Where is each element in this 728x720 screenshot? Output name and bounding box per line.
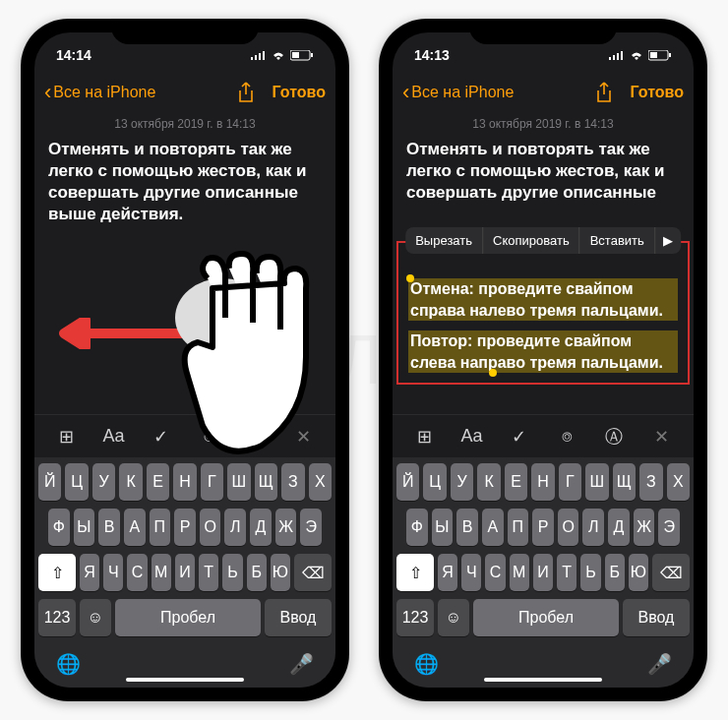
key-О[interactable]: О (200, 509, 221, 546)
key-Г[interactable]: Г (201, 463, 223, 501)
key-Ю[interactable]: Ю (271, 554, 290, 591)
key-И[interactable]: И (175, 554, 195, 591)
key-Й[interactable]: Й (396, 463, 419, 501)
share-button[interactable] (237, 82, 255, 103)
done-button[interactable]: Готово (273, 84, 326, 101)
key-Щ[interactable]: Щ (613, 463, 636, 501)
space-key[interactable]: Пробел (473, 599, 619, 636)
key-Ь[interactable]: Ь (222, 554, 242, 591)
key-О[interactable]: О (558, 509, 579, 546)
close-icon[interactable]: ✕ (647, 426, 677, 448)
selected-text-2[interactable]: Повтор: проведите свайпом слева направо … (408, 330, 678, 373)
enter-key[interactable]: Ввод (265, 599, 332, 636)
mic-icon[interactable]: 🎤 (289, 652, 314, 676)
key-С[interactable]: С (127, 554, 147, 591)
globe-icon[interactable]: 🌐 (56, 652, 81, 676)
key-С[interactable]: С (485, 554, 505, 591)
space-key[interactable]: Пробел (115, 599, 261, 636)
emoji-key[interactable]: ☺ (80, 599, 111, 636)
close-icon[interactable]: ✕ (289, 426, 319, 448)
share-button[interactable] (595, 82, 613, 103)
camera-icon[interactable]: ⌾ (194, 426, 223, 447)
key-Ы[interactable]: Ы (74, 509, 95, 546)
key-М[interactable]: М (152, 554, 171, 591)
markup-icon[interactable]: Ⓐ (599, 425, 629, 449)
selected-text-1[interactable]: Отмена: проведите свайпом справа налево … (408, 278, 678, 321)
key-К[interactable]: К (477, 463, 500, 501)
key-Щ[interactable]: Щ (255, 463, 277, 501)
note-body[interactable]: Отменять и повторять так же легко с помо… (48, 139, 322, 225)
key-Л[interactable]: Л (582, 509, 604, 546)
key-Б[interactable]: Б (247, 554, 267, 591)
key-Э[interactable]: Э (658, 509, 680, 546)
home-indicator[interactable] (484, 678, 602, 682)
key-Ц[interactable]: Ц (423, 463, 446, 501)
key-Ж[interactable]: Ж (275, 509, 297, 546)
camera-icon[interactable]: ⌾ (552, 426, 581, 447)
key-Э[interactable]: Э (300, 509, 322, 546)
key-Б[interactable]: Б (605, 554, 625, 591)
keyboard[interactable]: ЙЦУКЕНГШЩЗХ ФЫВАПРОЛДЖЭ ⇧ ЯЧСМИТЬБЮ ⌫ 12… (393, 457, 694, 688)
key-Ч[interactable]: Ч (103, 554, 123, 591)
ctx-paste[interactable]: Вставить (580, 227, 655, 254)
key-Н[interactable]: Н (173, 463, 196, 501)
delete-key[interactable]: ⌫ (652, 554, 690, 591)
keyboard[interactable]: ЙЦУКЕНГШЩЗХ ФЫВАПРОЛДЖЭ ⇧ ЯЧСМИТЬБЮ ⌫ 12… (34, 457, 335, 688)
key-И[interactable]: И (533, 554, 553, 591)
key-Я[interactable]: Я (80, 554, 99, 591)
key-М[interactable]: М (510, 554, 529, 591)
key-Ж[interactable]: Ж (634, 509, 655, 546)
key-Ь[interactable]: Ь (580, 554, 600, 591)
delete-key[interactable]: ⌫ (294, 554, 332, 591)
done-button[interactable]: Готово (631, 84, 684, 101)
key-З[interactable]: З (281, 463, 304, 501)
back-button[interactable]: ‹ Все на iPhone (44, 82, 155, 103)
textstyle-button[interactable]: Aa (98, 426, 128, 447)
key-Л[interactable]: Л (224, 509, 246, 546)
key-Ф[interactable]: Ф (406, 509, 428, 546)
ctx-copy[interactable]: Скопировать (483, 227, 580, 254)
key-Н[interactable]: Н (531, 463, 554, 501)
table-icon[interactable]: ⊞ (51, 426, 81, 448)
textstyle-button[interactable]: Aa (456, 426, 486, 447)
key-А[interactable]: А (482, 509, 504, 546)
key-Р[interactable]: Р (174, 509, 196, 546)
key-Ы[interactable]: Ы (432, 509, 454, 546)
key-Р[interactable]: Р (532, 509, 554, 546)
home-indicator[interactable] (126, 678, 244, 682)
back-button[interactable]: ‹ Все на iPhone (402, 82, 514, 103)
ctx-cut[interactable]: Вырезать (405, 227, 483, 254)
key-В[interactable]: В (456, 509, 478, 546)
key-У[interactable]: У (92, 463, 115, 501)
key-Ш[interactable]: Ш (585, 463, 608, 501)
key-Д[interactable]: Д (250, 509, 272, 546)
key-Д[interactable]: Д (608, 509, 630, 546)
key-Ц[interactable]: Ц (65, 463, 88, 501)
checklist-icon[interactable]: ✓ (505, 426, 534, 448)
key-Х[interactable]: Х (667, 463, 690, 501)
key-Т[interactable]: Т (199, 554, 218, 591)
key-У[interactable]: У (451, 463, 473, 501)
mic-icon[interactable]: 🎤 (647, 652, 672, 676)
key-Е[interactable]: Е (147, 463, 169, 501)
emoji-key[interactable]: ☺ (438, 599, 469, 636)
shift-key[interactable]: ⇧ (396, 554, 434, 591)
key-Я[interactable]: Я (438, 554, 457, 591)
enter-key[interactable]: Ввод (623, 599, 690, 636)
selection-handle-end[interactable] (489, 369, 497, 377)
key-П[interactable]: П (508, 509, 529, 546)
table-icon[interactable]: ⊞ (409, 426, 439, 448)
key-Ш[interactable]: Ш (227, 463, 250, 501)
key-Е[interactable]: Е (505, 463, 527, 501)
key-З[interactable]: З (639, 463, 662, 501)
numbers-key[interactable]: 123 (396, 599, 434, 636)
context-menu[interactable]: Вырезать Скопировать Вставить ▶ (405, 227, 681, 254)
key-Г[interactable]: Г (559, 463, 581, 501)
key-Й[interactable]: Й (38, 463, 61, 501)
numbers-key[interactable]: 123 (38, 599, 76, 636)
key-П[interactable]: П (150, 509, 171, 546)
key-К[interactable]: К (119, 463, 142, 501)
note-body-top[interactable]: Отменять и повторять так же легко с помо… (406, 139, 680, 204)
key-Ч[interactable]: Ч (461, 554, 481, 591)
key-Ф[interactable]: Ф (48, 509, 70, 546)
